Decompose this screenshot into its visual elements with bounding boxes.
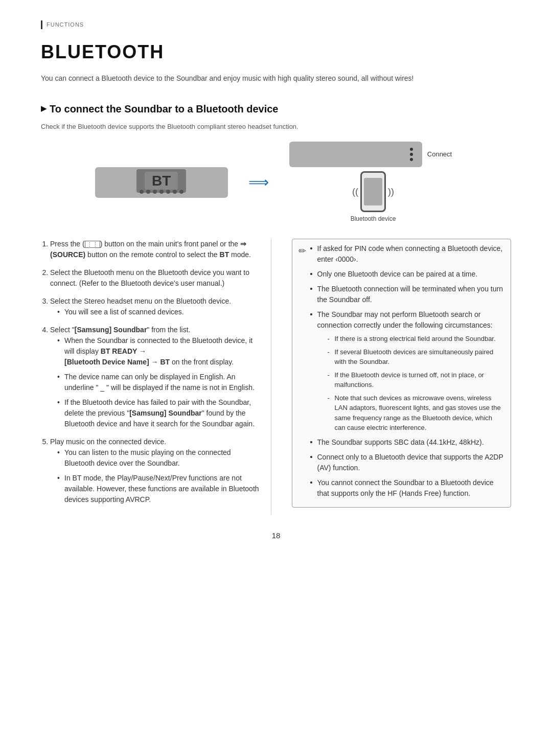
step-1: Press the (⋮⋮) button on the main unit's… [50, 239, 261, 260]
steps-list: Press the (⋮⋮) button on the main unit's… [41, 239, 261, 505]
circumstance-1: If there is a strong electrical field ar… [328, 334, 505, 344]
col-right: ✏ • If asked for PIN code when connectin… [287, 239, 512, 515]
note-4: • The Soundbar may not perform Bluetooth… [310, 309, 505, 433]
subtitle: Check if the Bluetooth device supports t… [41, 122, 511, 132]
soundbar-right [289, 142, 422, 167]
page-number: 18 [41, 530, 511, 542]
diagram-row: BT ⟹ Connect (( )) [41, 142, 511, 223]
note-5: • The Soundbar supports SBC data (44.1kH… [310, 437, 505, 448]
note-icon: ✏ [298, 244, 306, 258]
note-1: • If asked for PIN code when connecting … [310, 243, 505, 265]
step-5-bullet-1: You can listen to the music playing on t… [57, 447, 261, 469]
intro-text: You can connect a Bluetooth device to th… [41, 73, 511, 84]
functions-label: FUNCTIONS [41, 20, 511, 29]
circumstance-3: If the Bluetooth device is turned off, n… [328, 370, 505, 390]
note-content: • If asked for PIN code when connecting … [310, 243, 505, 503]
right-diagram: Connect (( )) Bluetooth device [289, 142, 457, 223]
note-3: • The Bluetooth connection will be termi… [310, 284, 505, 305]
connect-label: Connect [427, 149, 452, 159]
note-7: • You cannot connect the Soundbar to a B… [310, 477, 505, 499]
bt-label: BT [145, 172, 178, 190]
phone-icon [360, 171, 386, 212]
step-5: Play music on the connected device. You … [50, 437, 261, 505]
note-2: • Only one Bluetooth device can be paire… [310, 269, 505, 280]
section-header: To connect the Soundbar to a Bluetooth d… [41, 101, 511, 117]
soundbar-left: BT [95, 167, 228, 198]
wave-left-icon: (( [352, 185, 358, 199]
step-3: Select the Stereo headset menu on the Bl… [50, 296, 261, 317]
phone-device: (( )) Bluetooth device [351, 171, 396, 223]
col-left: Press the (⋮⋮) button on the main unit's… [41, 239, 271, 515]
note-6: • Connect only to a Bluetooth device tha… [310, 452, 505, 473]
step-4-bullet-3: If the Bluetooth device has failed to pa… [57, 397, 261, 429]
step-3-bullet: You will see a list of scanned devices. [57, 307, 261, 317]
bt-device-label: Bluetooth device [351, 214, 396, 223]
step-4: Select "[Samsung] Soundbar" from the lis… [50, 325, 261, 429]
wave-right-icon: )) [388, 185, 394, 199]
step-2: Select the Bluetooth menu on the Bluetoo… [50, 267, 261, 289]
circumstance-2: If several Bluetooth devices are simulta… [328, 347, 505, 367]
step-4-bullet-2: The device name can only be displayed in… [57, 372, 261, 393]
arrow-icon: ⟹ [248, 172, 269, 193]
step-5-bullet-2: In BT mode, the Play/Pause/Next/Prev fun… [57, 473, 261, 505]
circumstance-4: Note that such devices as microwave oven… [328, 393, 505, 433]
page-title: BLUETOOTH [41, 38, 511, 66]
two-col: Press the (⋮⋮) button on the main unit's… [41, 239, 511, 515]
note-box: ✏ • If asked for PIN code when connectin… [292, 239, 512, 508]
step-4-bullet-1: When the Soundbar is connected to the Bl… [57, 335, 261, 368]
